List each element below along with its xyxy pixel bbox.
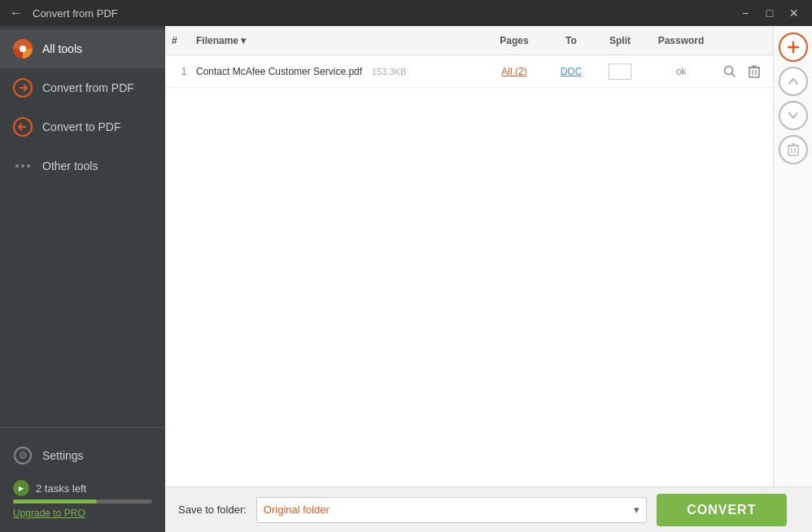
sidebar-settings[interactable]: ⚙ Settings <box>0 438 165 473</box>
split-input[interactable] <box>609 63 631 80</box>
content-wrapper: # Filename ▾ Pages To Split Password 1 <box>165 26 812 486</box>
svg-point-4 <box>27 164 30 168</box>
col-filename: Filename ▾ <box>196 35 482 46</box>
sidebar-label-all-tools: All tools <box>42 42 82 55</box>
convert-button[interactable]: CONVERT <box>657 494 787 526</box>
upgrade-link[interactable]: Upgrade to PRO <box>13 508 85 519</box>
col-num: # <box>172 35 196 46</box>
password-status: ok <box>644 66 718 77</box>
svg-point-2 <box>15 164 19 168</box>
file-name-text: Contact McAfee Customer Service.pdf <box>196 66 362 77</box>
tasks-section: 2 tasks left Upgrade to PRO <box>0 473 165 522</box>
tasks-icon <box>13 480 29 496</box>
folder-value: Original folder <box>264 504 330 516</box>
close-button[interactable]: ✕ <box>783 4 805 22</box>
settings-icon: ⚙ <box>13 446 33 465</box>
svg-line-6 <box>732 73 736 76</box>
dropdown-arrow-icon: ▾ <box>634 504 640 516</box>
move-up-button[interactable] <box>779 67 808 96</box>
sidebar-label-convert-from: Convert from PDF <box>42 81 134 94</box>
save-to-folder-label: Save to folder: <box>178 504 247 516</box>
titlebar: ← Convert from PDF − □ ✕ <box>0 0 812 26</box>
settings-label: Settings <box>42 449 84 462</box>
col-to: To <box>547 35 596 46</box>
tasks-progress-bar <box>13 499 152 504</box>
sidebar: All tools Convert from PDF Convert to PD… <box>0 26 165 532</box>
svg-point-3 <box>21 164 24 168</box>
bottom-bar: Save to folder: Original folder ▾ CONVER… <box>165 486 812 532</box>
move-down-button[interactable] <box>779 101 808 130</box>
format-link[interactable]: DOC <box>547 66 596 77</box>
row-number: 1 <box>172 66 196 77</box>
sidebar-bottom: ⚙ Settings 2 tasks left Upgrade to PRO <box>0 427 165 532</box>
tasks-text: 2 tasks left <box>13 480 152 496</box>
col-password: Password <box>644 35 718 46</box>
back-button[interactable]: ← <box>7 3 26 23</box>
pages-link[interactable]: All (2) <box>482 66 547 77</box>
right-toolbar <box>773 26 812 486</box>
all-tools-icon <box>13 39 33 59</box>
other-tools-icon <box>13 156 33 176</box>
file-table-body: 1 Contact McAfee Customer Service.pdf 15… <box>165 55 773 486</box>
sidebar-item-all-tools[interactable]: All tools <box>0 29 165 68</box>
tasks-count: 2 tasks left <box>36 482 86 495</box>
minimize-button[interactable]: − <box>734 4 757 22</box>
remove-all-button[interactable] <box>779 135 808 164</box>
window-controls: − □ ✕ <box>734 4 805 22</box>
convert-from-icon <box>13 78 33 98</box>
svg-rect-7 <box>749 68 759 77</box>
table-header: # Filename ▾ Pages To Split Password <box>165 26 773 55</box>
sidebar-item-convert-to[interactable]: Convert to PDF <box>0 107 165 146</box>
tasks-progress-fill <box>13 499 97 504</box>
convert-to-icon <box>13 117 33 137</box>
col-pages: Pages <box>482 35 547 46</box>
window-title: Convert from PDF <box>33 7 118 20</box>
sidebar-item-convert-from[interactable]: Convert from PDF <box>0 68 165 107</box>
file-name-cell: Contact McAfee Customer Service.pdf 153.… <box>196 66 482 77</box>
titlebar-left: ← Convert from PDF <box>7 3 118 23</box>
app-body: All tools Convert from PDF Convert to PD… <box>0 26 812 532</box>
sidebar-item-other-tools[interactable]: Other tools <box>0 146 165 185</box>
sort-icon: ▾ <box>241 35 246 46</box>
folder-select[interactable]: Original folder ▾ <box>256 497 647 523</box>
table-row: 1 Contact McAfee Customer Service.pdf 15… <box>165 55 773 88</box>
content-area: # Filename ▾ Pages To Split Password 1 <box>165 26 812 532</box>
file-area: # Filename ▾ Pages To Split Password 1 <box>165 26 773 486</box>
sidebar-label-other-tools: Other tools <box>42 159 98 172</box>
maximize-button[interactable]: □ <box>758 4 781 22</box>
file-size-text: 153.3KB <box>372 67 406 76</box>
add-file-button[interactable] <box>779 33 808 62</box>
sidebar-label-convert-to: Convert to PDF <box>42 120 120 133</box>
col-split: Split <box>596 35 644 46</box>
delete-file-icon[interactable] <box>742 64 766 79</box>
search-file-icon[interactable] <box>718 65 742 78</box>
svg-rect-14 <box>788 146 798 155</box>
